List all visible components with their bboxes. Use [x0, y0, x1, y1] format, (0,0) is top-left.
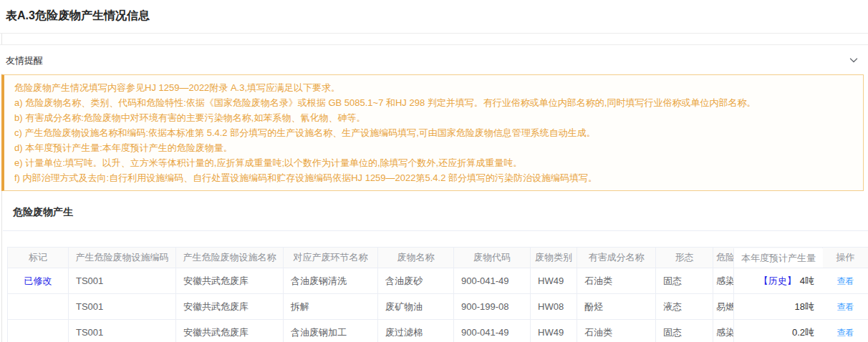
reminder-alert-box: 危险废物产生情况填写内容参见HJ 1259—2022附录 A.3,填写应满足以下… — [1, 74, 864, 191]
annual-amount-value: 0.2吨 — [792, 327, 814, 338]
cell-stage: 含油废钢清洗 — [284, 268, 378, 294]
cell-waste-name: 废矿物油 — [378, 294, 454, 320]
cell-form: 固态 — [656, 268, 713, 294]
cell-action: 查看 — [823, 320, 868, 342]
reminder-line: f) 内部治理方式及去向:自行利用设施编码、自行处置设施编码和贮存设施编码依据H… — [14, 170, 853, 185]
cell-annual-amount: 0.2吨 — [734, 320, 823, 342]
cell-stage: 含油废钢加工 — [284, 320, 378, 342]
cell-annual-amount: 【历史】4吨 — [734, 268, 823, 294]
reminder-collapse-header[interactable]: 友情提醒 — [0, 44, 868, 74]
reminder-line: d) 本年度预计产生量:本年度预计产生的危险废物量。 — [14, 140, 853, 155]
col-header-action: 操作 — [823, 248, 868, 268]
cell-facility-name: 安徽共武危废库 — [176, 320, 284, 342]
cell-stage: 拆解 — [284, 294, 378, 320]
col-header-form: 形态 — [656, 248, 713, 268]
cell-action: 查看 — [823, 268, 868, 294]
cell-annual-amount: 18吨 — [734, 294, 823, 320]
annual-amount-value: 4吨 — [800, 275, 814, 286]
annual-amount-value: 18吨 — [795, 301, 814, 312]
col-header-category: 废物类别 — [531, 248, 577, 268]
col-header-annual-amount: 本年度预计产生量 — [734, 248, 823, 268]
reminder-line: c) 产生危险废物设施名称和编码:依据本标准第 5.4.2 部分填写的生产设施名… — [14, 125, 853, 140]
cell-facility-name: 安徽共武危废库 — [176, 268, 284, 294]
cell-component: 石油类 — [577, 320, 656, 342]
cell-category: HW49 — [531, 320, 577, 342]
cell-facility-name: 安徽共武危废库 — [176, 294, 284, 320]
history-link[interactable]: 【历史】 — [759, 275, 796, 286]
cell-form: 液态 — [656, 294, 713, 320]
col-header-mark: 标记 — [8, 248, 69, 268]
hazardous-waste-table: 标记 产生危险废物设施编码 产生危险废物设施名称 对应产废环节名称 废物名称 废… — [7, 247, 868, 342]
col-header-facility-code: 产生危险废物设施编码 — [69, 248, 176, 268]
cell-component: 石油类 — [577, 268, 656, 294]
cell-mark: 已修改 — [8, 268, 69, 294]
col-header-component: 有害成分名称 — [577, 248, 656, 268]
title-bar: 表A.3危险废物产生情况信息 — [0, 0, 868, 34]
cell-category: HW49 — [531, 268, 577, 294]
cell-category: HW08 — [531, 294, 577, 320]
cell-waste-name: 含油废砂 — [378, 268, 454, 294]
cell-waste-code: 900-041-49 — [454, 268, 531, 294]
chevron-down-icon — [849, 56, 858, 64]
cell-facility-code: TS001 — [69, 320, 176, 342]
reminder-title: 友情提醒 — [6, 54, 43, 67]
cell-component: 酚烃 — [577, 294, 656, 320]
reminder-line: b) 有害成分名称:危险废物中对环境有害的主要污染物名称,如苯系物、氰化物、砷等… — [14, 110, 853, 125]
cell-waste-code: 900-041-49 — [454, 320, 531, 342]
col-header-waste-code: 废物代码 — [454, 248, 531, 268]
reminder-line: e) 计量单位:填写吨。以升、立方米等体积计量的,应折算成重量吨;以个数作为计量… — [14, 155, 853, 170]
col-header-facility-name: 产生危险废物设施名称 — [176, 248, 284, 268]
col-header-waste-name: 废物名称 — [378, 248, 454, 268]
col-header-stage: 对应产废环节名称 — [284, 248, 378, 268]
view-link[interactable]: 查看 — [837, 302, 854, 312]
reminder-line: 危险废物产生情况填写内容参见HJ 1259—2022附录 A.3,填写应满足以下… — [14, 80, 853, 95]
section-divider — [3, 230, 868, 231]
cell-action: 查看 — [823, 294, 868, 320]
view-link[interactable]: 查看 — [837, 276, 854, 286]
fixed-column-annual-amount: 本年度预计产生量 【历史】4吨 18吨 0.2吨 — [733, 248, 823, 342]
cell-mark — [8, 294, 69, 320]
reminder-line: a) 危险废物名称、类别、代码和危险特性:依据《国家危险废物名录》或根据 GB … — [14, 95, 853, 110]
page-title: 表A.3危险废物产生情况信息 — [6, 9, 150, 24]
cell-facility-code: TS001 — [69, 294, 176, 320]
cell-mark — [8, 320, 69, 342]
cell-facility-code: TS001 — [69, 268, 176, 294]
view-link[interactable]: 查看 — [837, 328, 854, 338]
section-title: 危险废物产生 — [13, 206, 73, 219]
cell-form: 固态 — [656, 320, 713, 342]
cell-waste-name: 废过滤棉 — [378, 320, 454, 342]
cell-waste-code: 900-199-08 — [454, 294, 531, 320]
